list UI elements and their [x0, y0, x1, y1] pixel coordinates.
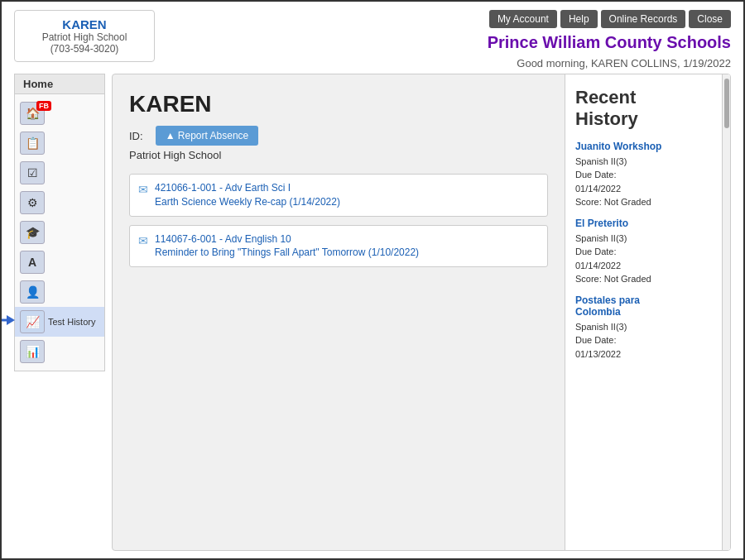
scrollbar-thumb[interactable] [724, 79, 729, 128]
user-school: Patriot High School [26, 31, 142, 43]
home-badge: FB [36, 101, 51, 111]
assignment-item-2: ✉ 114067-6-001 - Adv English 10Reminder … [129, 225, 548, 268]
help-button[interactable]: Help [560, 10, 598, 28]
font-icon: A [20, 251, 45, 274]
my-account-button[interactable]: My Account [489, 10, 557, 28]
sidebar-item-test-history[interactable]: 📈 Test History [15, 307, 104, 337]
message-icon-2: ✉ [138, 234, 148, 247]
schedule-icon: ⚙ [20, 191, 45, 214]
student-name-heading: KAREN [129, 91, 548, 117]
user-card: KAREN Patriot High School (703-594-3020) [14, 10, 155, 62]
history-item-detail-1: Spanish II(3)Due Date:01/14/2022Score: N… [575, 155, 720, 209]
assignments-icon: ☑ [20, 161, 45, 184]
content-area: KAREN ID: ▲ Report Absence Patriot High … [112, 74, 731, 551]
arrow-indicator [0, 313, 15, 331]
recent-history-title: RecentHistory [575, 87, 720, 131]
left-panel: KAREN ID: ▲ Report Absence Patriot High … [113, 74, 565, 550]
school-title: Prince William County Schools [488, 33, 731, 52]
grades-icon: 📋 [20, 132, 45, 155]
profile-icon: 👤 [20, 280, 45, 304]
sidebar-item-attendance[interactable]: 🎓 [15, 218, 104, 247]
assignment-link-2[interactable]: 114067-6-001 - Adv English 10Reminder to… [155, 232, 419, 261]
sidebar-icons: 🏠 FB 📋 ☑ ⚙ 🎓 A [14, 93, 105, 371]
history-item-detail-3: Spanish II(3)Due Date:01/13/2022 [575, 320, 720, 361]
online-records-button[interactable]: Online Records [601, 10, 686, 28]
recent-history-panel: RecentHistory Juanito Workshop Spanish I… [565, 74, 730, 550]
sidebar-item-home[interactable]: 🏠 FB [15, 98, 104, 128]
reports-icon: 📊 [20, 340, 45, 363]
test-history-icon: 📈 [20, 310, 45, 333]
attendance-icon: 🎓 [20, 221, 45, 244]
history-item-title-1[interactable]: Juanito Workshop [575, 141, 720, 152]
history-item-title-3[interactable]: Postales paraColombia [575, 294, 720, 318]
student-school: Patriot High School [129, 149, 548, 161]
history-item-detail-2: Spanish II(3)Due Date:01/14/2022Score: N… [575, 232, 720, 286]
assignment-item-1: ✉ 421066-1-001 - Adv Earth Sci IEarth Sc… [129, 174, 548, 217]
sidebar-item-assignments[interactable]: ☑ [15, 158, 104, 188]
main-layout: Home 🏠 FB 📋 ☑ ⚙ 🎓 [2, 74, 743, 559]
report-absence-button[interactable]: ▲ Report Absence [156, 126, 259, 146]
close-button[interactable]: Close [689, 10, 731, 28]
sidebar-item-grades[interactable]: 📋 [15, 128, 104, 158]
svg-marker-1 [7, 315, 15, 325]
sidebar-item-reports[interactable]: 📊 [15, 337, 104, 366]
sidebar: Home 🏠 FB 📋 ☑ ⚙ 🎓 [14, 74, 105, 551]
history-item-title-2[interactable]: El Preterito [575, 218, 720, 229]
top-bar: KAREN Patriot High School (703-594-3020)… [2, 2, 743, 74]
user-phone: (703-594-3020) [26, 43, 142, 55]
student-id-label: ID: [129, 130, 143, 142]
message-icon-1: ✉ [138, 183, 148, 196]
sidebar-item-font[interactable]: A [15, 247, 104, 277]
student-id-row: ID: ▲ Report Absence [129, 126, 548, 146]
assignment-link-1[interactable]: 421066-1-001 - Adv Earth Sci IEarth Scie… [155, 181, 340, 209]
scrollbar[interactable] [722, 74, 730, 550]
top-right: My Account Help Online Records Close Pri… [488, 10, 731, 69]
greeting: Good morning, KAREN COLLINS, 1/19/2022 [517, 57, 731, 69]
test-history-label: Test History [48, 317, 95, 327]
sidebar-home-label: Home [14, 74, 105, 93]
top-nav-buttons: My Account Help Online Records Close [489, 10, 731, 28]
sidebar-item-schedule[interactable]: ⚙ [15, 188, 104, 218]
user-name: KAREN [26, 17, 142, 31]
sidebar-item-profile[interactable]: 👤 [15, 277, 104, 307]
